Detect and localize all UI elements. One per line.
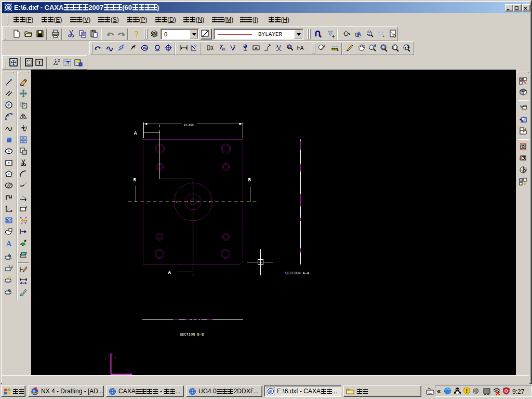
svg-text:B: B [248, 178, 251, 183]
svg-text:A: A [300, 45, 304, 51]
svg-text:B: B [222, 47, 225, 51]
svg-text:T: T [37, 59, 42, 65]
svg-text:T: T [66, 60, 70, 65]
svg-text:A: A [134, 131, 137, 136]
svg-text:A: A [11, 264, 13, 270]
svg-text:A: A [255, 46, 258, 50]
svg-text:A: A [6, 240, 12, 247]
svg-text:2: 2 [58, 58, 60, 63]
svg-text:1: 1 [55, 58, 57, 63]
svg-text:A: A [168, 270, 171, 275]
svg-text:SECTION B-B: SECTION B-B [180, 332, 204, 337]
svg-text:B: B [134, 178, 137, 183]
svg-text:1:1: 1:1 [6, 279, 10, 282]
svg-text:1:1: 1:1 [6, 268, 10, 271]
svg-text:?: ? [135, 30, 139, 38]
svg-text:14.500: 14.500 [184, 124, 194, 127]
svg-text:SECTION A-A: SECTION A-A [285, 271, 310, 275]
